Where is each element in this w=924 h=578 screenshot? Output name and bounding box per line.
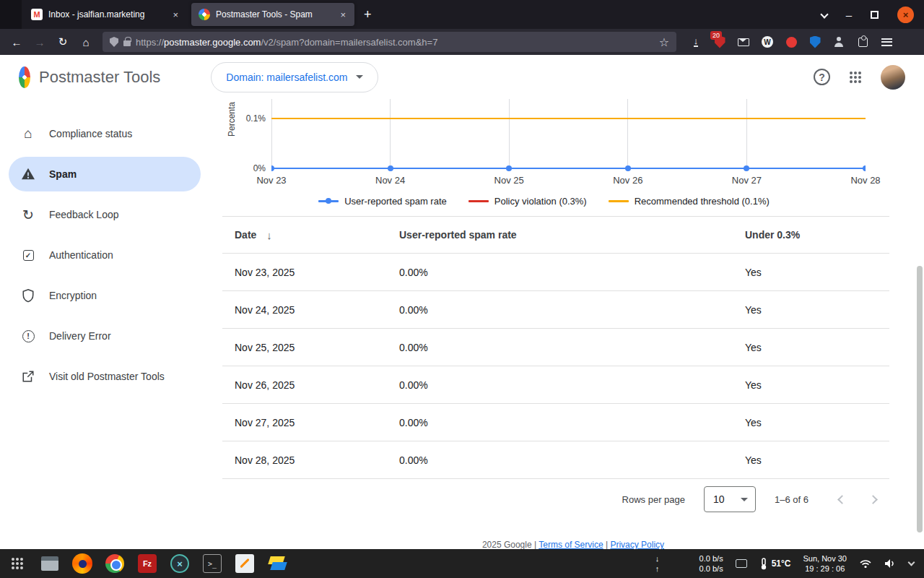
tab-inbox[interactable]: M Inbox - jsalfian.marketing × bbox=[24, 3, 187, 26]
next-page-icon[interactable] bbox=[868, 495, 878, 504]
x-app-icon[interactable]: × bbox=[168, 552, 191, 575]
home-button[interactable]: ⌂ bbox=[75, 32, 97, 52]
layers-app-icon[interactable] bbox=[266, 552, 289, 575]
table-row: Nov 25, 20250.00%Yes bbox=[222, 329, 889, 366]
help-icon[interactable]: ? bbox=[814, 69, 830, 85]
wifi-icon[interactable] bbox=[859, 558, 872, 569]
download-arrow-icon: ↓ bbox=[655, 553, 660, 564]
maximize-button[interactable] bbox=[871, 11, 879, 19]
scrollbar-thumb[interactable] bbox=[917, 266, 923, 532]
page-footer: 2025 Google | Terms of Service | Privacy… bbox=[222, 540, 924, 549]
sidebar-item-compliance-status[interactable]: ⌂ Compliance status bbox=[9, 116, 201, 151]
reload-button[interactable]: ↻ bbox=[52, 32, 74, 52]
cell-rate: 0.00% bbox=[399, 379, 745, 391]
minimize-button[interactable]: – bbox=[846, 9, 852, 21]
bookmark-star-icon[interactable]: ☆ bbox=[659, 35, 669, 49]
tab-title: Postmaster Tools - Spam bbox=[216, 9, 333, 20]
apps-grid-icon[interactable] bbox=[849, 71, 862, 84]
chart-data-point[interactable] bbox=[506, 165, 512, 171]
chart-data-point[interactable] bbox=[863, 165, 866, 171]
column-header-date[interactable]: Date ↓ bbox=[222, 229, 399, 241]
separator: | bbox=[534, 540, 536, 549]
chart-y-tick: 0.1% bbox=[246, 113, 266, 124]
sidebar-item-label: Feedback Loop bbox=[49, 209, 119, 220]
chart-data-point[interactable] bbox=[744, 165, 749, 171]
tab-close-icon[interactable]: × bbox=[171, 9, 180, 20]
menu-hamburger-icon[interactable] bbox=[880, 35, 893, 48]
chart-x-tick-label: Nov 23 bbox=[256, 175, 286, 186]
forward-button[interactable]: → bbox=[29, 32, 51, 52]
back-button[interactable]: ← bbox=[6, 32, 27, 52]
sidebar-item-visit-old[interactable]: Visit old Postmaster Tools bbox=[9, 359, 201, 394]
chart-series-line bbox=[271, 118, 866, 119]
cell-under: Yes bbox=[745, 304, 889, 316]
previous-page-icon[interactable] bbox=[837, 495, 847, 504]
chart-y-tick: 0% bbox=[253, 163, 266, 173]
table-body: Nov 23, 20250.00%YesNov 24, 20250.00%Yes… bbox=[222, 254, 889, 479]
temperature-indicator[interactable]: 51°C bbox=[759, 558, 791, 570]
close-window-button[interactable]: × bbox=[897, 7, 914, 23]
tray-expand-icon[interactable] bbox=[908, 559, 915, 566]
copyright-text: 2025 Google bbox=[482, 540, 532, 549]
spam-rate-table: Date ↓ User-reported spam rate Under 0.3… bbox=[222, 216, 889, 519]
legend-swatch bbox=[609, 197, 629, 204]
cell-date: Nov 27, 2025 bbox=[222, 417, 399, 428]
tab-postmaster[interactable]: Postmaster Tools - Spam × bbox=[191, 3, 354, 26]
sidebar-item-spam[interactable]: Spam bbox=[9, 157, 201, 191]
url-bar[interactable]: https://postmaster.google.com/v2/spam?do… bbox=[103, 32, 676, 52]
ublock-extension-icon[interactable]: 20 bbox=[713, 35, 726, 48]
lock-icon[interactable] bbox=[123, 40, 131, 46]
check-box-icon: ✓ bbox=[20, 247, 36, 263]
show-applications-icon[interactable] bbox=[6, 552, 29, 575]
sidebar-item-label: Visit old Postmaster Tools bbox=[49, 371, 165, 382]
home-icon: ⌂ bbox=[20, 126, 36, 142]
sidebar-item-delivery-error[interactable]: ! Delivery Error bbox=[9, 319, 201, 353]
avatar[interactable] bbox=[881, 65, 905, 90]
wayback-extension-icon[interactable]: W bbox=[761, 35, 774, 48]
new-tab-button[interactable]: + bbox=[357, 7, 379, 22]
extensions-puzzle-icon[interactable] bbox=[856, 35, 869, 48]
screen: M Inbox - jsalfian.marketing × Postmaste… bbox=[0, 0, 924, 578]
net-down-value: 0.0 b/s bbox=[699, 553, 723, 564]
mail-extension-icon[interactable] bbox=[737, 35, 750, 48]
chart-x-tick-label: Nov 27 bbox=[732, 175, 762, 186]
taskbar: Fz × >_ ↓0.0 b/s ↑0.0 b/s 51°C Sun, Nov … bbox=[0, 549, 924, 578]
system-monitor-icon[interactable] bbox=[736, 559, 747, 568]
loop-icon: ↻ bbox=[20, 207, 36, 223]
sort-descending-icon[interactable]: ↓ bbox=[266, 229, 272, 241]
terms-link[interactable]: Terms of Service bbox=[539, 540, 603, 549]
chart-gridline bbox=[271, 99, 272, 168]
sidebar-item-encryption[interactable]: Encryption bbox=[9, 278, 201, 313]
tab-close-icon[interactable]: × bbox=[339, 9, 347, 20]
adblock-extension-icon[interactable] bbox=[785, 35, 798, 48]
volume-icon[interactable] bbox=[884, 558, 897, 569]
table-row: Nov 27, 20250.00%Yes bbox=[222, 404, 889, 441]
sidebar-item-label: Delivery Error bbox=[49, 330, 111, 342]
table-row: Nov 28, 20250.00%Yes bbox=[222, 441, 889, 479]
cell-rate: 0.00% bbox=[399, 417, 745, 428]
chart-data-point[interactable] bbox=[271, 165, 274, 171]
chrome-icon[interactable] bbox=[103, 552, 126, 575]
list-tabs-icon[interactable] bbox=[820, 10, 828, 18]
rows-per-page-select[interactable]: 10 bbox=[704, 486, 756, 512]
clock[interactable]: Sun, Nov 30 19 : 29 : 06 bbox=[803, 553, 847, 574]
filezilla-icon[interactable]: Fz bbox=[136, 552, 159, 575]
privacy-link[interactable]: Privacy Policy bbox=[610, 540, 664, 549]
text-editor-icon[interactable] bbox=[233, 552, 256, 575]
chart-data-point[interactable] bbox=[625, 165, 631, 171]
warning-triangle-icon bbox=[20, 166, 36, 182]
account-icon[interactable] bbox=[832, 35, 845, 48]
chart-data-point[interactable] bbox=[388, 165, 393, 171]
shield-extension-icon[interactable] bbox=[808, 35, 821, 48]
url-scheme: https:// bbox=[136, 37, 164, 48]
sidebar-item-feedback-loop[interactable]: ↻ Feedback Loop bbox=[9, 197, 201, 232]
network-speed[interactable]: ↓0.0 b/s ↑0.0 b/s bbox=[655, 553, 723, 574]
firefox-icon[interactable] bbox=[71, 552, 94, 575]
terminal-icon[interactable]: >_ bbox=[201, 552, 224, 575]
downloads-icon[interactable]: ↓ bbox=[689, 35, 702, 48]
domain-selector[interactable]: Domain: mailersafelist.com bbox=[211, 62, 378, 92]
url-text[interactable]: https://postmaster.google.com/v2/spam?do… bbox=[136, 37, 654, 48]
file-manager-icon[interactable] bbox=[38, 552, 61, 575]
sidebar-item-authentication[interactable]: ✓ Authentication bbox=[9, 238, 201, 272]
tracking-protection-icon[interactable] bbox=[110, 37, 118, 47]
